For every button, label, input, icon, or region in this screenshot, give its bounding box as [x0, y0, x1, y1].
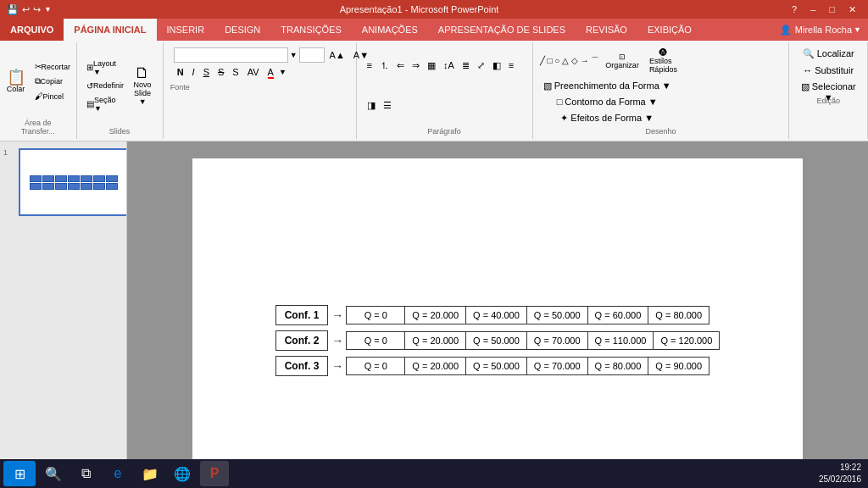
format-painter-icon: 🖌 — [35, 92, 43, 101]
arrange-button[interactable]: ⊡ Organizar — [601, 50, 643, 72]
q-cell-3-5[interactable]: Q = 90.000 — [648, 357, 709, 375]
reset-button[interactable]: ↺ Redefinir — [83, 80, 127, 92]
help-button[interactable]: ? — [787, 4, 802, 15]
date-display: 25/02/2016 — [819, 474, 861, 485]
tab-design[interactable]: DESIGN — [214, 19, 270, 41]
new-slide-icon: 🗋 — [135, 65, 150, 80]
paragraph-label: Parágrafo — [427, 127, 461, 136]
align-right-button[interactable]: ◨ — [364, 98, 379, 114]
q-cell-3-4[interactable]: Q = 80.000 — [587, 357, 649, 375]
q-cell-2-5[interactable]: Q = 120.000 — [653, 331, 720, 350]
quick-styles-button[interactable]: 🅐 EstilosRápidos — [645, 46, 682, 76]
clipboard-label: Área de Transfer... — [7, 119, 70, 136]
tab-pagina-inicial[interactable]: PÁGINA INICIAL — [64, 19, 156, 41]
numbering-button[interactable]: ⒈ — [376, 58, 392, 73]
start-button[interactable]: ⊞ — [3, 461, 36, 486]
format-painter-button[interactable]: 🖌 Pincel — [31, 90, 75, 103]
undo-icon[interactable]: ↩ — [22, 4, 30, 15]
powerpoint-taskbar-button[interactable]: P — [200, 461, 229, 486]
layout-button[interactable]: ⊞ Layout ▼ — [83, 58, 127, 78]
paste-button[interactable]: 📋 Colar — [3, 67, 30, 96]
find-button[interactable]: 🔍 Localizar — [796, 46, 860, 61]
effects-button[interactable]: ✦ Efeitos de Forma ▼ — [540, 110, 675, 125]
outline-button[interactable]: □ Contorno da Forma ▼ — [540, 94, 675, 109]
tab-arquivo[interactable]: ARQUIVO — [0, 19, 64, 41]
font-increase-button[interactable]: A▲ — [326, 47, 348, 63]
edge-button[interactable]: e — [103, 461, 132, 486]
new-slide-button[interactable]: 🗋 NovoSlide ▼ — [129, 63, 156, 108]
close-button[interactable]: ✕ — [843, 4, 861, 15]
q-cell-1-3[interactable]: Q = 50.000 — [526, 306, 588, 324]
q-cell-3-1[interactable]: Q = 20.000 — [404, 357, 466, 375]
conf-label-1[interactable]: Conf. 1 — [275, 305, 329, 325]
q-cell-2-3[interactable]: Q = 70.000 — [526, 331, 588, 350]
align-left-button[interactable]: ◧ — [489, 58, 504, 73]
q-cell-3-2[interactable]: Q = 50.000 — [465, 357, 527, 375]
maximize-button[interactable]: □ — [824, 4, 840, 15]
q-cell-1-2[interactable]: Q = 40.000 — [465, 306, 527, 324]
bullets-button[interactable]: ≡ — [364, 58, 376, 73]
cut-button[interactable]: ✂ Recortar — [31, 60, 75, 73]
justify-button[interactable]: ☰ — [380, 98, 395, 114]
replace-button[interactable]: ↔ Substituir — [796, 63, 860, 78]
q-cell-2-1[interactable]: Q = 20.000 — [404, 331, 466, 350]
q-cell-3-0[interactable]: Q = 0 — [346, 357, 405, 375]
chrome-button[interactable]: 🌐 — [168, 461, 197, 486]
font-color-button[interactable]: A — [264, 64, 277, 80]
font-name-input[interactable] — [174, 47, 288, 63]
slide-thumbnail[interactable] — [19, 148, 127, 216]
q-cell-3-3[interactable]: Q = 70.000 — [526, 357, 588, 375]
search-button[interactable]: 🔍 — [39, 461, 68, 486]
slides-buttons: ⊞ Layout ▼ ↺ Redefinir ▤ Seção ▼ 🗋 NovoS… — [83, 46, 156, 125]
redo-icon[interactable]: ↪ — [33, 4, 41, 15]
taskbar-clock[interactable]: 19:22 25/02/2016 — [819, 462, 861, 485]
tab-inserir[interactable]: INSERIR — [157, 19, 215, 41]
shadow-button[interactable]: S — [229, 64, 242, 80]
q-cell-2-0[interactable]: Q = 0 — [346, 331, 405, 350]
save-icon[interactable]: 💾 — [7, 4, 19, 15]
customize-icon[interactable]: ▼ — [44, 5, 52, 14]
q-cell-2-4[interactable]: Q = 110.000 — [587, 331, 654, 350]
table-row: Conf. 1 → Q = 0 Q = 20.000 Q = 40.000 Q … — [275, 305, 721, 325]
conf-label-2[interactable]: Conf. 2 — [275, 330, 329, 351]
q-cell-2-2[interactable]: Q = 50.000 — [465, 331, 527, 350]
tab-apresentacao[interactable]: APRESENTAÇÃO DE SLIDES — [428, 19, 576, 41]
tab-animacoes[interactable]: ANIMAÇÕES — [352, 19, 428, 41]
bold-button[interactable]: N — [174, 64, 187, 80]
text-direction-button[interactable]: ↕A — [440, 58, 458, 73]
fill-button[interactable]: ▧ Preenchimento da Forma ▼ — [540, 78, 675, 93]
shapes-gallery: ╱ □ ○ △ ◇ → ⌒ — [540, 55, 600, 67]
underline-button[interactable]: S — [200, 64, 213, 80]
q-cell-1-1[interactable]: Q = 20.000 — [404, 306, 466, 324]
select-button[interactable]: ▧ Selecionar ▼ — [796, 80, 860, 95]
minimize-button[interactable]: – — [805, 4, 821, 15]
slide-canvas[interactable]: Conf. 1 → Q = 0 Q = 20.000 Q = 40.000 Q … — [192, 158, 803, 488]
align-center-button[interactable]: ≡ — [505, 58, 517, 73]
task-view-button[interactable]: ⧉ — [71, 461, 100, 486]
quick-access-toolbar: 💾 ↩ ↪ ▼ — [7, 4, 52, 15]
decrease-indent-button[interactable]: ⇐ — [393, 58, 408, 73]
tab-transicoes[interactable]: TRANSIÇÕES — [270, 19, 352, 41]
section-button[interactable]: ▤ Seção ▼ — [83, 94, 127, 114]
smartart-button[interactable]: ⤢ — [474, 58, 488, 73]
tab-revisao[interactable]: REVISÃO — [576, 19, 637, 41]
user-dropdown-icon[interactable]: ▼ — [854, 25, 861, 34]
file-explorer-button[interactable]: 📁 — [136, 461, 164, 486]
font-spacing-button[interactable]: AV — [244, 64, 263, 80]
align-text-button[interactable]: ≣ — [459, 58, 473, 73]
font-color-dropdown[interactable]: ▼ — [279, 68, 287, 76]
q-cell-1-5[interactable]: Q = 80.000 — [648, 306, 709, 324]
editing-buttons: 🔍 Localizar ↔ Substituir ▧ Selecionar ▼ — [796, 46, 860, 95]
columns-button[interactable]: ▦ — [424, 58, 439, 73]
conf-label-3[interactable]: Conf. 3 — [275, 356, 329, 376]
q-cell-1-4[interactable]: Q = 60.000 — [587, 306, 649, 324]
tab-exibicao[interactable]: EXIBIÇÃO — [637, 19, 702, 41]
increase-indent-button[interactable]: ⇒ — [409, 58, 423, 73]
q-cell-1-0[interactable]: Q = 0 — [346, 306, 405, 324]
copy-button[interactable]: ⧉ Copiar — [31, 75, 75, 88]
font-name-row: ▼ 18 A▲ A▼ — [174, 47, 372, 63]
italic-button[interactable]: I — [189, 64, 198, 80]
strikethrough-button[interactable]: S — [214, 64, 227, 80]
font-name-dropdown[interactable]: ▼ — [290, 51, 298, 59]
font-size-input[interactable]: 18 — [299, 47, 325, 63]
